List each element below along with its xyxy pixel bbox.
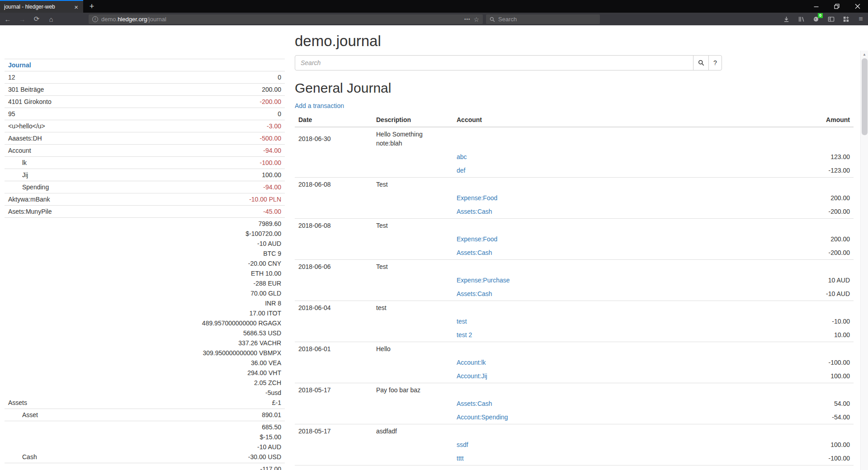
sidebar-account-link[interactable]: Assets <box>8 399 27 406</box>
posting-account-link[interactable]: Account:lk <box>457 359 486 366</box>
home-button[interactable]: ⌂ <box>46 15 56 23</box>
new-tab-button[interactable]: + <box>85 0 99 13</box>
sidebar-account-link[interactable]: 301 Beiträge <box>8 86 44 93</box>
posting-account-link[interactable]: Assets:Cash <box>457 290 492 297</box>
navigation-toolbar: ← → ⟳ ⌂ i demo.hledger.org/journal ••• ☆… <box>0 13 868 25</box>
empty-cell <box>373 205 453 219</box>
journal-table: Date Description Account Amount 2018-06-… <box>295 113 854 470</box>
transaction-date: 2018-06-04 <box>295 301 373 315</box>
browser-tab[interactable]: journal - hledger-web × <box>0 0 83 13</box>
empty-cell <box>453 424 718 438</box>
account-balance: 70.00 GLD <box>162 288 281 298</box>
sidebar-account-link[interactable]: 4101 Girokonto <box>8 98 52 105</box>
transaction-description: Test <box>373 178 453 192</box>
transaction-date: 2018-06-30 <box>295 127 373 150</box>
posting-account-link[interactable]: test <box>457 318 467 325</box>
sidebar-account-row: Jij100.00 <box>5 169 285 181</box>
posting-account-link[interactable]: ssdf <box>457 441 468 448</box>
posting-account-link[interactable]: Expense:Purchase <box>457 277 510 284</box>
tab-close-icon[interactable]: × <box>73 3 79 11</box>
sidebar-account-link[interactable]: lk <box>22 159 27 166</box>
posting-row: Assets:Cash54.00 <box>295 397 854 410</box>
activity-grid-button[interactable] <box>841 14 850 24</box>
posting-account-link[interactable]: Assets:Cash <box>457 208 492 215</box>
account-balance: 100.00 <box>162 170 281 180</box>
library-button[interactable] <box>797 14 806 24</box>
posting-account-link[interactable]: test 2 <box>457 331 472 338</box>
empty-cell <box>295 164 373 178</box>
search-button[interactable] <box>693 55 709 70</box>
sidebar-account-name-cell: Aaasets:DH <box>5 132 158 145</box>
reload-button[interactable]: ⟳ <box>32 15 42 23</box>
sidebar-account-link[interactable]: Asset <box>22 411 38 418</box>
url-bar[interactable]: i demo.hledger.org/journal ••• ☆ <box>89 14 483 24</box>
posting-row: Assets:Cash-10 AUD <box>295 287 854 301</box>
sidebar-account-balance-cell: -117.00 <box>158 463 285 470</box>
journal-header-row: Date Description Account Amount <box>295 113 854 127</box>
sidebar-account-link[interactable]: <u>hello</u> <box>8 122 45 130</box>
search-help-button[interactable]: ? <box>708 55 722 70</box>
posting-account-link[interactable]: abc <box>457 153 467 160</box>
sidebar-account-link[interactable]: Cash <box>22 453 37 461</box>
posting-account-link[interactable]: tttt <box>457 455 464 462</box>
sidebar-account-link[interactable]: Asets:MunyPile <box>8 208 52 215</box>
sidebar-account-link[interactable]: 12 <box>8 74 15 81</box>
account-balance: 17.00 ITOT <box>162 308 281 318</box>
scrollbar-thumb[interactable] <box>862 58 868 135</box>
sidebar-toggle-button[interactable] <box>826 14 835 24</box>
window-restore-button[interactable] <box>826 0 847 13</box>
sidebar-account-name-cell: 95 <box>5 108 158 120</box>
posting-account-cell: Assets:Cash <box>453 397 718 410</box>
account-balance: -45.00 <box>162 207 281 216</box>
sidebar-account-link[interactable]: Aktywa:mBank <box>8 196 50 203</box>
sidebar-account-link[interactable]: Aaasets:DH <box>8 135 42 142</box>
window-close-button[interactable] <box>847 0 868 13</box>
scroll-up-icon[interactable]: ▲ <box>861 51 868 58</box>
posting-amount: 200.00 <box>718 232 854 246</box>
sidebar-account-link[interactable]: Jij <box>22 171 28 179</box>
empty-cell <box>718 383 854 397</box>
posting-account-link[interactable]: Account:Jij <box>457 372 487 380</box>
posting-amount: -54.00 <box>718 410 854 424</box>
posting-amount: 10 AUD <box>718 273 854 287</box>
empty-cell <box>373 246 453 260</box>
sidebar-account-link[interactable]: Spending <box>22 183 49 191</box>
sidebar-account-row: 301 Beiträge200.00 <box>5 84 285 96</box>
site-info-icon[interactable]: i <box>92 16 98 22</box>
empty-cell <box>373 287 453 301</box>
window-controls <box>806 0 868 13</box>
page-actions-icon[interactable]: ••• <box>464 17 471 22</box>
download-button[interactable] <box>782 14 791 24</box>
forward-button[interactable]: → <box>17 15 27 23</box>
transaction-row: 2018-06-30Hello Something note:blah <box>295 127 854 150</box>
sidebar-account-row: Assets7989.60$-100720.00-10 AUDBTC 9-20.… <box>5 218 285 409</box>
url-path: /journal <box>147 16 166 23</box>
posting-account-link[interactable]: Expense:Food <box>457 194 497 202</box>
menu-button[interactable]: ≡ <box>856 14 865 24</box>
back-button[interactable]: ← <box>3 15 13 23</box>
empty-cell <box>373 232 453 246</box>
sidebar-account-link[interactable]: 95 <box>8 110 15 118</box>
add-transaction-link[interactable]: Add a transaction <box>295 102 344 109</box>
extension-button[interactable]: 0 <box>811 14 821 24</box>
browser-search-bar[interactable]: Search <box>486 14 600 24</box>
posting-account-cell: abc <box>453 150 718 164</box>
journal-heading-link[interactable]: Journal <box>8 61 31 69</box>
sidebar-account-row: 4101 Girokonto-200.00 <box>5 96 285 108</box>
posting-account-link[interactable]: Assets:Cash <box>457 400 492 407</box>
search-input[interactable] <box>295 55 693 70</box>
posting-row: Expense:Food200.00 <box>295 232 854 246</box>
posting-account-cell: Account:Jij <box>453 369 718 383</box>
posting-account-link[interactable]: Account:Spending <box>457 414 508 421</box>
posting-account-link[interactable]: Expense:Food <box>457 235 497 243</box>
page-scrollbar[interactable]: ▲ ▼ <box>860 51 868 470</box>
posting-amount: 10.00 <box>718 328 854 342</box>
sidebar-account-link[interactable]: Account <box>8 147 31 154</box>
posting-account-cell: ssdf <box>453 438 718 451</box>
bookmark-star-icon[interactable]: ☆ <box>473 16 479 23</box>
posting-account-link[interactable]: Assets:Cash <box>457 249 492 256</box>
sidebar-account-balance-cell: -100.00 <box>158 157 285 169</box>
sidebar-account-row: lk-100.00 <box>5 157 285 169</box>
posting-account-link[interactable]: def <box>457 167 465 174</box>
window-minimize-button[interactable] <box>806 0 826 13</box>
